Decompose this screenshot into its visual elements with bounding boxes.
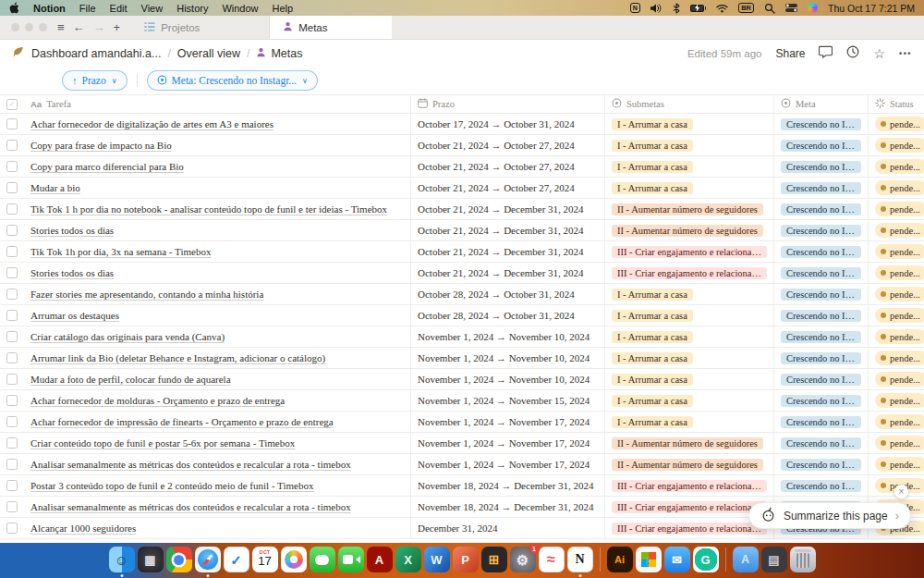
status-cell[interactable]: pende... [869, 326, 924, 347]
task-cell[interactable]: Copy para frase de impacto na Bio [24, 135, 411, 155]
table-row[interactable]: Mudar a foto de perfil, colocar fundo de… [0, 369, 924, 390]
dock-downloads[interactable]: ▤ [761, 547, 787, 572]
task-cell[interactable]: Arrumar link da Bio (deletar Behance e I… [24, 348, 411, 368]
dock-launchpad[interactable]: ▦ [138, 547, 164, 572]
menu-history[interactable]: History [176, 3, 208, 14]
table-row[interactable]: Stories todos os diasOctober 21, 2024 → … [0, 263, 924, 284]
table-row[interactable]: Tik Tok 1 h por dia no notebook - analis… [0, 199, 924, 220]
table-row[interactable]: Postar 3 conteúdo topo de funil e 2 cont… [0, 475, 924, 497]
task-cell[interactable]: Achar fornecedor de digitalização de art… [24, 114, 411, 134]
submeta-cell[interactable]: I - Arrumar a casa [605, 178, 774, 198]
task-cell[interactable]: Mudar a bio [24, 178, 411, 198]
submeta-cell[interactable]: I - Arrumar a casa [605, 284, 774, 304]
status-cell[interactable]: pende... [869, 156, 924, 177]
row-checkbox[interactable] [6, 289, 18, 300]
meta-cell[interactable]: Crescendo no Inst... [774, 390, 869, 411]
dock-photos[interactable] [281, 547, 307, 572]
meta-cell[interactable]: Crescendo no Inst... [774, 263, 869, 283]
prazo-cell[interactable]: November 18, 2024 → December 31, 2024 [411, 497, 605, 517]
status-cell[interactable]: pende... [869, 454, 924, 474]
row-checkbox[interactable] [6, 331, 18, 342]
row-checkbox[interactable] [6, 416, 18, 427]
prazo-cell[interactable]: October 21, 2024 → December 31, 2024 [411, 241, 605, 262]
dock-calendar[interactable]: OCT17 [252, 547, 278, 572]
submeta-cell[interactable]: II - Aumentar número de seguidores [605, 433, 774, 453]
row-checkbox[interactable] [6, 182, 18, 193]
submeta-cell[interactable]: III - Criar engajamento e relacioname... [605, 475, 774, 496]
prazo-cell[interactable]: November 1, 2024 → November 17, 2024 [411, 412, 605, 432]
table-row[interactable]: Achar fornecedor de digitalização de art… [0, 114, 924, 135]
new-tab-icon[interactable]: + [114, 21, 121, 33]
menu-help[interactable]: Help [273, 3, 294, 14]
prazo-cell[interactable]: October 28, 2024 → October 31, 2024 [411, 284, 605, 304]
meta-cell[interactable]: Crescendo no Inst... [774, 220, 869, 240]
task-cell[interactable]: Achar fornecedor de impressão de fineart… [24, 412, 411, 432]
submeta-cell[interactable]: I - Arrumar a casa [605, 135, 774, 155]
task-cell[interactable]: Arrumar os destaques [24, 305, 411, 326]
row-checkbox[interactable] [6, 459, 18, 470]
table-row[interactable]: Arrumar os destaquesOctober 28, 2024 → O… [0, 305, 924, 326]
dock-word[interactable]: W [424, 547, 450, 572]
sidebar-toggle-icon[interactable]: ≡ [57, 21, 65, 33]
menu-edit[interactable]: Edit [110, 3, 128, 14]
status-cell[interactable]: pende... [869, 369, 924, 389]
task-cell[interactable]: Stories todos os dias [24, 263, 411, 283]
status-cell[interactable]: pende... [869, 114, 924, 134]
breadcrumb-root[interactable]: Dashboard amandahi.a... [31, 47, 161, 60]
submeta-cell[interactable]: II - Aumentar número de seguidores [605, 220, 774, 240]
row-checkbox[interactable] [6, 374, 18, 385]
dock-illustrator[interactable]: Ai [607, 547, 633, 572]
siri-icon[interactable] [808, 3, 818, 13]
meta-cell[interactable]: Crescendo no Inst... [774, 412, 869, 432]
status-cell[interactable]: pende... [869, 263, 924, 283]
row-checkbox[interactable] [6, 161, 18, 172]
dock-notion[interactable]: N [567, 547, 593, 572]
submeta-cell[interactable]: I - Arrumar a casa [605, 305, 774, 326]
table-row[interactable]: Tik Tok 1h por dia, 3x na semana - Timeb… [0, 241, 924, 263]
dock-safari[interactable] [195, 547, 221, 572]
task-cell[interactable]: Tik Tok 1h por dia, 3x na semana - Timeb… [24, 241, 411, 262]
prazo-cell[interactable]: November 1, 2024 → November 10, 2024 [411, 369, 605, 389]
dock-wave-notes[interactable]: ≈ [539, 547, 565, 572]
prazo-cell[interactable]: October 21, 2024 → October 27, 2024 [411, 135, 605, 155]
row-checkbox[interactable] [6, 225, 18, 236]
updates-clock-icon[interactable] [846, 45, 859, 61]
meta-cell[interactable]: Crescendo no Inst... [774, 156, 869, 177]
prazo-cell[interactable]: October 21, 2024 → October 27, 2024 [411, 178, 605, 198]
prazo-cell[interactable]: November 18, 2024 → December 31, 2024 [411, 475, 605, 496]
submeta-cell[interactable]: I - Arrumar a casa [605, 114, 774, 134]
table-row[interactable]: Arrumar link da Bio (deletar Behance e I… [0, 348, 924, 369]
tab-metas[interactable]: Metas [270, 16, 392, 39]
menu-clock[interactable]: Thu Oct 17 7:21 PM [828, 3, 915, 14]
table-row[interactable]: Achar fornecedor de impressão de fineart… [0, 412, 924, 433]
dock-acrobat[interactable]: A [367, 547, 393, 572]
submeta-cell[interactable]: I - Arrumar a casa [605, 348, 774, 368]
task-cell[interactable]: Postar 3 conteúdo topo de funil e 2 cont… [24, 475, 411, 496]
task-cell[interactable]: Copy para marco diferencial para Bio [24, 156, 411, 177]
table-row[interactable]: Copy para frase de impacto na BioOctober… [0, 135, 924, 156]
status-cell[interactable]: pende... [869, 199, 924, 219]
row-checkbox[interactable] [6, 523, 18, 534]
filter-chip-meta[interactable]: Meta: Crescendo no Instagr... ∨ [147, 70, 318, 91]
meta-cell[interactable]: Crescendo no Inst... [774, 241, 869, 262]
column-header-prazo[interactable]: Prazo [411, 95, 605, 113]
select-all-checkbox[interactable]: ✓ [6, 99, 18, 110]
dock-messages[interactable] [310, 547, 335, 572]
prazo-cell[interactable]: December 31, 2024 [411, 518, 605, 538]
task-cell[interactable]: Fazer stories me apresentando, contando … [24, 284, 411, 304]
meta-cell[interactable]: Crescendo no Inst... [774, 326, 869, 347]
status-cell[interactable]: pende... [869, 305, 924, 326]
battery-icon[interactable] [690, 5, 707, 12]
submeta-cell[interactable]: III - Criar engajamento e relacioname... [605, 263, 774, 283]
dock-mail[interactable]: ✉ [664, 547, 690, 572]
meta-cell[interactable]: Crescendo no Inst... [774, 348, 869, 368]
row-checkbox[interactable] [6, 310, 18, 321]
volume-icon[interactable] [650, 4, 663, 13]
more-options-icon[interactable]: ••• [899, 49, 912, 58]
menu-window[interactable]: Window [222, 3, 258, 14]
prazo-cell[interactable]: October 21, 2024 → December 31, 2024 [411, 263, 605, 283]
task-cell[interactable]: Alcançar 1000 seguidores [24, 518, 411, 538]
dock-calculator[interactable]: ⊞ [481, 547, 507, 572]
task-cell[interactable]: Achar fornecedor de molduras - Orçamento… [24, 390, 411, 411]
dock-powerpoint[interactable]: P [453, 547, 479, 572]
